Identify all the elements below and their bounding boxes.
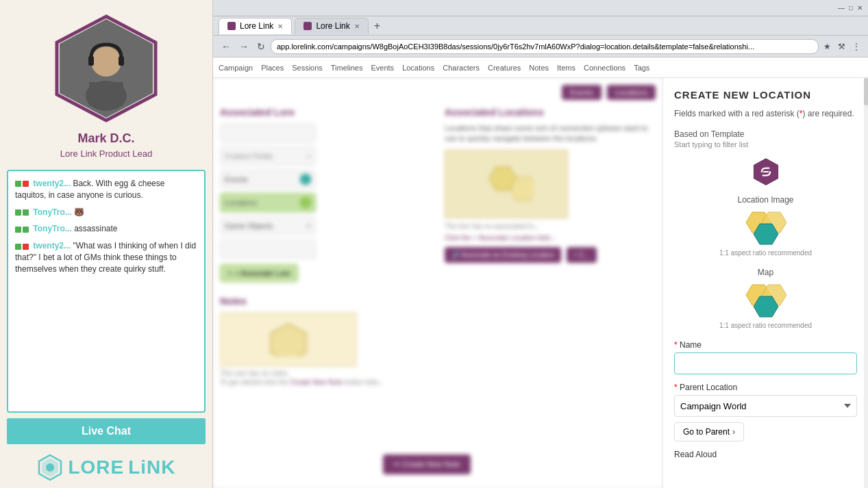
blurred-gameobj-field: Game Objects+	[220, 216, 316, 235]
logo-area: LORE LiNK	[36, 454, 175, 481]
chat-icons-2	[15, 209, 29, 216]
name-label: * Name	[674, 340, 857, 350]
streamer-title: Lore Link Product Lead	[60, 149, 152, 159]
extensions-icon[interactable]: ⚒	[836, 40, 847, 53]
tab-close-2[interactable]: ✕	[354, 23, 360, 30]
nav-connections[interactable]: Connections	[584, 64, 625, 72]
blurred-locations-field: Locations1	[220, 193, 316, 212]
no-notes-text: This one has no notes.	[220, 370, 431, 377]
map-label: Map	[674, 268, 857, 277]
map-preview	[445, 150, 568, 218]
chat-username-4: twenty2...	[33, 241, 71, 251]
chat-text-2: 🐻	[74, 207, 84, 217]
chat-username-3: TonyTro...	[33, 224, 71, 233]
green-icon-4	[15, 227, 21, 233]
click-associate-text: Click the + Associate Location belo...	[445, 234, 656, 242]
parent-location-select[interactable]: Campaign World	[674, 395, 857, 417]
based-on-template-label: Based on Template	[674, 129, 857, 139]
menu-icon[interactable]: ⋮	[850, 40, 863, 53]
chat-box: twenty2... Back. With egg & cheese taqui…	[7, 170, 206, 413]
scrollbar-track	[864, 78, 868, 488]
browser-toolbar-icons: ★ ⚒ ⋮	[821, 40, 863, 53]
add-associate-lore-btn[interactable]: + + Associate Lore	[220, 264, 298, 282]
green-icon-2	[15, 209, 21, 216]
chat-username-1: twenty2...	[33, 179, 71, 188]
notes-title: Notes	[220, 296, 431, 307]
minimize-icon[interactable]: —	[838, 4, 845, 12]
new-tab-button[interactable]: +	[371, 20, 383, 32]
nav-characters[interactable]: Characters	[443, 64, 480, 72]
filter-hint: Start typing to filter list	[674, 140, 857, 149]
bookmark-icon[interactable]: ★	[821, 40, 833, 53]
go-parent-label: Go to Parent	[683, 427, 730, 437]
svg-rect-8	[89, 82, 123, 106]
red-icon	[23, 181, 29, 187]
associated-lore-title: Associated Lore	[220, 107, 431, 118]
chat-username-2: TonyTro...	[33, 207, 71, 217]
blurred-internal-field	[220, 240, 316, 259]
svg-rect-5	[88, 56, 94, 66]
arrow-icon: ›	[732, 427, 735, 437]
map-preview-small	[674, 281, 857, 319]
logo-hex-icon	[36, 454, 64, 481]
main-content: Events Locations Associated Lore Custom …	[213, 78, 868, 488]
nav-items[interactable]: Items	[557, 64, 575, 72]
nav-sessions[interactable]: Sessions	[292, 64, 323, 72]
chat-icons-3	[15, 227, 29, 233]
tab-label-1: Lore Link	[240, 21, 273, 31]
browser-area: — □ ✕ Lore Link ✕ Lore Link ✕ + ← → ↻ ★ …	[212, 0, 868, 488]
green-icon-6	[15, 244, 21, 250]
nav-creatures[interactable]: Creatures	[488, 64, 521, 72]
tab-favicon-1	[227, 22, 236, 30]
chat-icons-1	[15, 181, 29, 187]
address-bar[interactable]	[271, 39, 819, 54]
tab-label-2: Lore Link	[316, 21, 349, 31]
nav-places[interactable]: Places	[261, 64, 284, 72]
streamer-name: Mark D.C.	[77, 131, 134, 146]
svg-rect-6	[119, 56, 124, 66]
nav-events[interactable]: Events	[371, 64, 394, 72]
create-note-btn[interactable]: ✏ Create New Note	[383, 454, 471, 474]
svg-point-11	[46, 463, 54, 472]
name-required-star: *	[674, 340, 678, 350]
create-note-hint: To get started click the Create New Note…	[220, 378, 431, 386]
blurred-btn-1: Events	[562, 85, 602, 100]
restore-icon[interactable]: □	[849, 4, 853, 12]
green-icon-3	[23, 209, 29, 216]
live-chat-button[interactable]: Live Chat	[7, 418, 206, 444]
green-icon-5	[23, 227, 29, 233]
nav-tags[interactable]: Tags	[634, 64, 649, 72]
name-input[interactable]	[674, 352, 857, 374]
template-hex-icon	[751, 157, 781, 187]
logo-link-text: LiNK	[128, 457, 175, 478]
blurred-custom-field: Custom Fields+	[220, 146, 316, 166]
blurred-events-field: Events1	[220, 170, 316, 189]
blurred-background: Events Locations Associated Lore Custom …	[213, 78, 662, 488]
associate-existing-btn[interactable]: 🔗 Associate an Existing Location	[445, 247, 561, 263]
parent-required-star: *	[674, 383, 678, 392]
tab-2[interactable]: Lore Link ✕	[295, 18, 368, 34]
go-to-parent-button[interactable]: Go to Parent ›	[674, 422, 744, 441]
nav-campaign[interactable]: Campaign	[219, 64, 253, 72]
nav-notes[interactable]: Notes	[529, 64, 549, 72]
tab-1[interactable]: Lore Link ✕	[219, 18, 292, 34]
create-assoc-btn[interactable]: + C...	[567, 247, 597, 263]
chat-message-3: TonyTro... assassinate	[15, 223, 197, 235]
nav-timelines[interactable]: Timelines	[331, 64, 363, 72]
note-box	[220, 312, 357, 367]
tab-close-1[interactable]: ✕	[277, 23, 283, 30]
red-icon-2	[23, 244, 29, 250]
back-button[interactable]: ←	[219, 40, 234, 53]
tab-bar: Lore Link ✕ Lore Link ✕ +	[213, 16, 868, 36]
nav-locations[interactable]: Locations	[402, 64, 434, 72]
scrollbar-thumb[interactable]	[864, 78, 868, 105]
aspect-note-2: 1:1 aspect ratio recommended	[674, 322, 857, 329]
app-nav: Campaign Places Sessions Timelines Event…	[213, 57, 868, 78]
no-associated-text: The lore has no associated lo...	[445, 222, 656, 230]
close-icon[interactable]: ✕	[857, 4, 863, 12]
forward-button[interactable]: →	[236, 40, 251, 53]
blurred-btn-2: Locations	[607, 85, 656, 100]
reload-button[interactable]: ↻	[254, 40, 268, 53]
asterisk-symbol: *	[799, 109, 803, 118]
logo-lore-text: LORE	[68, 457, 124, 478]
